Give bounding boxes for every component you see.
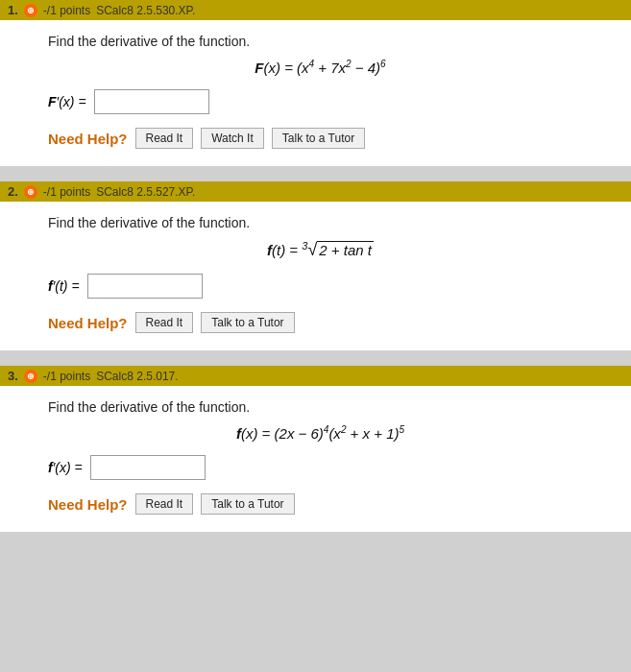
problem-1-input[interactable] [94,89,209,114]
problem-3-instruction: Find the derivative of the function. [48,399,593,415]
problem-3: 3. ⊕ -/1 points SCalc8 2.5.017. Find the… [0,366,631,532]
problem-1-answer-label: F′(x) = [48,94,86,109]
problem-2-answer-label: f′(t) = [48,278,80,294]
problem-3-points: -/1 points [43,370,90,383]
problem-3-talk-tutor-button[interactable]: Talk to a Tutor [201,493,294,515]
problem-3-answer-label: f′(x) = [48,460,83,475]
problem-1-number: 1. [8,3,18,17]
problem-3-course: SCalc8 2.5.017. [96,370,178,383]
problem-2-formula: f(t) = 3√2 + tan t [48,240,593,260]
problem-3-icon: ⊕ [24,370,37,383]
problem-1-formula: F(x) = (x4 + 7x2 − 4)6 [48,59,593,76]
problem-2-input[interactable] [87,274,203,299]
problem-2-body: Find the derivative of the function. f(t… [0,202,631,350]
problem-2-need-help: Need Help? [48,315,128,331]
problem-1-icon: ⊕ [24,4,37,17]
problem-2-talk-tutor-button[interactable]: Talk to a Tutor [201,312,294,333]
problem-2: 2. ⊕ -/1 points SCalc8 2.5.527.XP. Find … [0,181,631,350]
problem-3-input[interactable] [90,455,206,480]
problem-1-need-help: Need Help? [48,131,128,147]
problem-1: 1. ⊕ -/1 points SCalc8 2.5.530.XP. Find … [0,0,631,166]
problem-1-read-it-button[interactable]: Read It [135,128,194,149]
problem-2-icon: ⊕ [24,185,37,199]
problem-2-header: 2. ⊕ -/1 points SCalc8 2.5.527.XP. [0,181,631,202]
problem-3-header: 3. ⊕ -/1 points SCalc8 2.5.017. [0,366,631,386]
problem-1-body: Find the derivative of the function. F(x… [0,20,631,166]
problem-2-course: SCalc8 2.5.527.XP. [96,185,195,199]
problem-1-points: -/1 points [43,4,90,17]
problem-3-read-it-button[interactable]: Read It [135,493,194,515]
problem-1-header: 1. ⊕ -/1 points SCalc8 2.5.530.XP. [0,0,631,20]
problem-3-answer-row: f′(x) = [48,455,593,480]
problem-2-read-it-button[interactable]: Read It [135,312,194,333]
problem-2-number: 2. [8,184,18,199]
problem-1-talk-tutor-button[interactable]: Talk to a Tutor [272,128,365,149]
problem-2-points: -/1 points [43,185,90,199]
problem-2-instruction: Find the derivative of the function. [48,215,593,230]
problem-1-instruction: Find the derivative of the function. [48,34,593,49]
problem-3-formula: f(x) = (2x − 6)4(x2 + x + 1)5 [48,424,593,442]
problem-3-body: Find the derivative of the function. f(x… [0,386,631,532]
problem-2-answer-row: f′(t) = [48,274,593,299]
problem-1-watch-it-button[interactable]: Watch It [201,128,264,149]
problem-2-help-row: Need Help? Read It Talk to a Tutor [48,312,593,333]
problem-1-course: SCalc8 2.5.530.XP. [96,4,195,17]
problem-3-help-row: Need Help? Read It Talk to a Tutor [48,493,593,515]
problem-1-answer-row: F′(x) = [48,89,593,114]
problem-3-need-help: Need Help? [48,496,128,513]
problem-3-number: 3. [8,369,18,383]
problem-1-help-row: Need Help? Read It Watch It Talk to a Tu… [48,128,593,149]
